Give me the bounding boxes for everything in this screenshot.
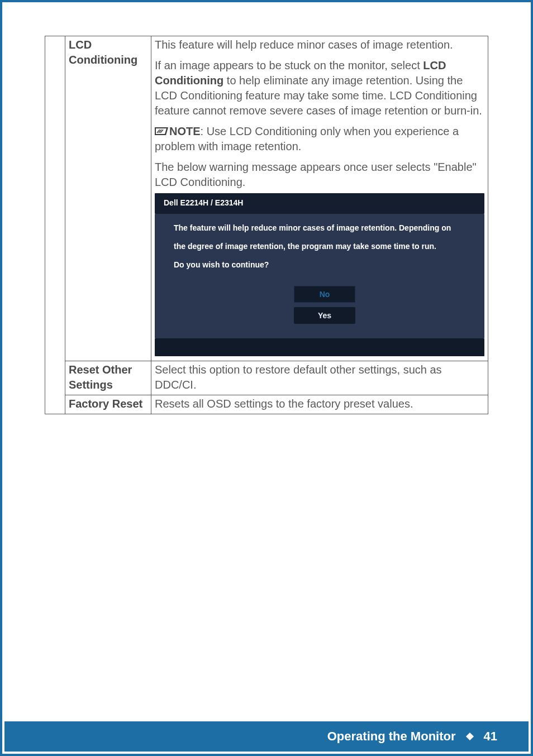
dialog-footer [155,338,484,356]
paragraph: This feature will help reduce minor case… [155,37,484,52]
paragraph: The below warning message appears once u… [155,160,484,190]
dialog-title: Dell E2214H / E2314H [155,193,484,214]
note-paragraph: NOTE: Use LCD Conditioning only when you… [155,124,484,154]
dialog-buttons: No Yes [174,278,475,336]
paragraph: If an image appears to be stuck on the m… [155,58,484,118]
setting-label-lcd-conditioning: LCD Conditioning [65,36,151,361]
svg-marker-1 [156,128,166,134]
setting-desc-reset-other: Select this option to restore default ot… [151,361,488,395]
osd-dialog: Dell E2214H / E2314H The feature will he… [155,193,484,356]
dialog-text: The feature will help reduce minor cases… [174,223,475,233]
dialog-yes-button[interactable]: Yes [294,307,355,324]
setting-label-factory-reset: Factory Reset [65,395,151,414]
page: LCD Conditioning This feature will help … [0,0,533,756]
table-row: LCD Conditioning This feature will help … [45,36,488,361]
table-row: Factory Reset Resets all OSD settings to… [45,395,488,414]
note-text: : Use LCD Conditioning only when you exp… [155,125,459,152]
settings-table: LCD Conditioning This feature will help … [45,36,488,414]
dialog-text: the degree of image retention, the progr… [174,241,475,252]
page-footer: Operating the Monitor 41 [4,721,529,752]
content-area: LCD Conditioning This feature will help … [2,2,531,414]
setting-desc-lcd-conditioning: This feature will help reduce minor case… [151,36,488,361]
dialog-no-button[interactable]: No [294,286,355,303]
note-label: NOTE [169,125,201,137]
setting-label-reset-other: Reset Other Settings [65,361,151,395]
setting-desc-factory-reset: Resets all OSD settings to the factory p… [151,395,488,414]
table-row: Reset Other Settings Select this option … [45,361,488,395]
row-gutter [45,36,65,414]
dialog-body: The feature will help reduce minor cases… [155,214,484,338]
dialog-text: Do you wish to continue? [174,260,475,270]
text: If an image appears to be stuck on the m… [155,59,423,71]
footer-section-title: Operating the Monitor [327,729,456,744]
diamond-icon [465,733,473,740]
page-number: 41 [484,729,497,744]
note-icon [155,126,168,137]
